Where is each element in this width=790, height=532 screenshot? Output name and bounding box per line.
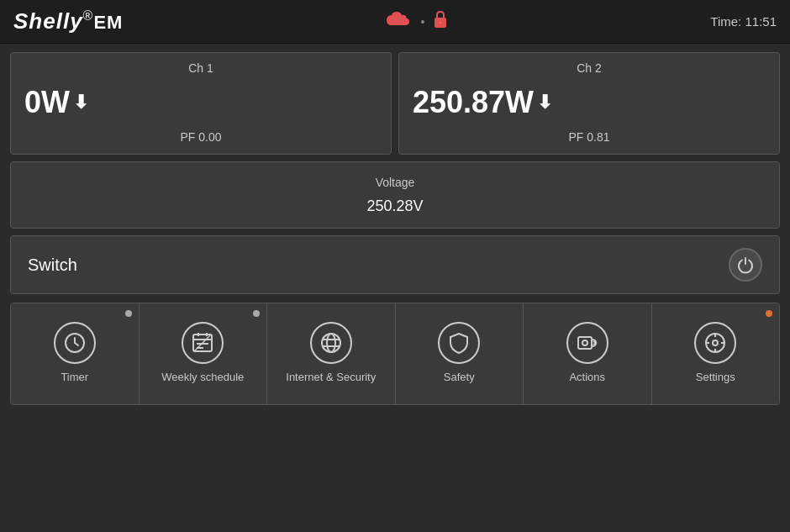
nav-label-actions: Actions (569, 371, 605, 385)
voltage-card: Voltage 250.28V (10, 161, 780, 229)
channel-2-card: Ch 2 250.87W ⬇ PF 0.81 (398, 52, 780, 155)
header: Shelly®EM • Time: 11:51 (0, 0, 790, 44)
bottom-nav: Timer Weekly schedule (10, 303, 780, 405)
nav-label-timer: Timer (61, 371, 88, 385)
voltage-title: Voltage (376, 176, 415, 189)
nav-item-settings[interactable]: Settings (652, 303, 780, 404)
logo: Shelly®EM (13, 8, 123, 34)
settings-dot (766, 310, 772, 317)
channel-2-power: 250.87W ⬇ (413, 85, 766, 120)
svg-point-6 (327, 334, 335, 352)
cloud-icon (385, 10, 412, 34)
switch-card: Switch (10, 235, 780, 294)
channel-1-power: 0W ⬇ (24, 85, 377, 120)
lock-icon (433, 10, 448, 33)
actions-icon (566, 322, 608, 364)
nav-item-actions[interactable]: Actions (524, 303, 652, 404)
safety-icon (438, 322, 480, 364)
nav-label-safety: Safety (444, 371, 475, 385)
channel-2-title: Ch 2 (413, 61, 766, 75)
power-button[interactable] (729, 248, 762, 282)
header-icons: • (123, 10, 710, 34)
timer-dot (125, 310, 132, 317)
svg-point-5 (322, 334, 340, 352)
svg-point-1 (440, 22, 442, 24)
logo-text: Shelly®EM (13, 8, 123, 34)
header-time: Time: 11:51 (710, 14, 777, 29)
wifi-dot-icon: • (420, 15, 424, 29)
nav-label-weekly-schedule: Weekly schedule (161, 371, 244, 385)
weekly-schedule-dot (253, 310, 260, 317)
channel-2-arrow: ⬇ (537, 92, 552, 113)
nav-item-weekly-schedule[interactable]: Weekly schedule (140, 303, 268, 404)
internet-security-icon (310, 322, 352, 364)
svg-point-10 (713, 340, 718, 345)
channel-1-title: Ch 1 (24, 61, 377, 75)
switch-label: Switch (28, 255, 77, 275)
main-content: Ch 1 0W ⬇ PF 0.00 Ch 2 250.87W ⬇ PF 0.81… (0, 44, 790, 413)
nav-item-timer[interactable]: Timer (11, 303, 140, 404)
channel-1-pf: PF 0.00 (24, 130, 377, 144)
svg-rect-7 (578, 337, 592, 349)
svg-point-8 (582, 340, 587, 345)
channel-1-card: Ch 1 0W ⬇ PF 0.00 (10, 52, 392, 155)
channel-1-arrow: ⬇ (73, 92, 88, 113)
weekly-schedule-icon (182, 322, 224, 364)
nav-item-safety[interactable]: Safety (396, 303, 524, 404)
channel-row: Ch 1 0W ⬇ PF 0.00 Ch 2 250.87W ⬇ PF 0.81 (10, 52, 780, 155)
voltage-value: 250.28V (366, 198, 423, 215)
timer-icon (54, 322, 96, 364)
channel-2-pf: PF 0.81 (413, 130, 766, 144)
nav-label-settings: Settings (696, 371, 735, 385)
nav-label-internet-security: Internet & Security (286, 371, 376, 385)
nav-item-internet-security[interactable]: Internet & Security (267, 303, 396, 404)
settings-icon (694, 322, 736, 364)
